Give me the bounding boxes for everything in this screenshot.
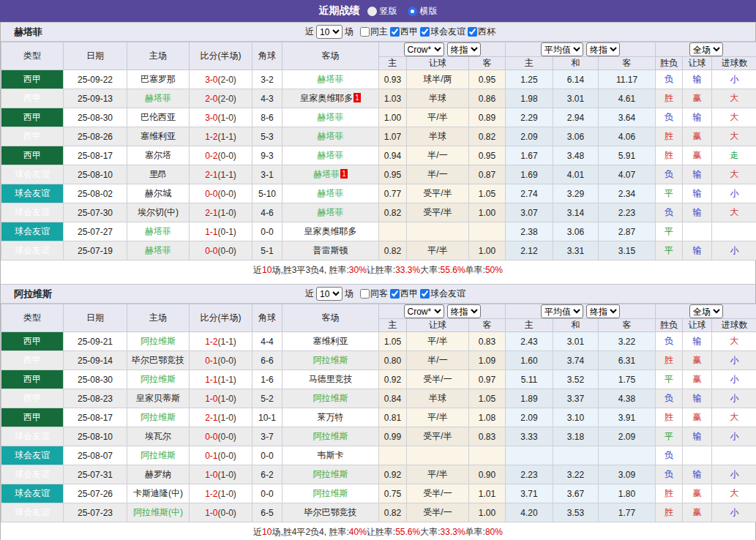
laliga-checkbox[interactable] — [390, 289, 400, 299]
away-team-cell: 毕尔巴鄂竞技 — [282, 503, 379, 522]
home-team-cell: 赫尔城 — [127, 184, 190, 203]
radio-icon[interactable] — [367, 7, 377, 16]
home-team-name: 巴塞罗那 — [141, 74, 176, 84]
header-row-top: 类型日期主场比分(半场)角球客场Crow*终指平均值终指全场 — [1, 42, 756, 57]
score-cell: 2-0(2-0) — [190, 89, 252, 108]
fulltime-score: 0-2 — [205, 151, 217, 161]
corner-cell: 5-10 — [252, 184, 282, 203]
final-odds-select-2[interactable]: 终指 — [586, 42, 620, 56]
halftime-score: (1-0) — [218, 413, 236, 423]
handicap-away-odds-cell: 0.97 — [469, 370, 506, 389]
checkbox-label: 西甲 — [400, 288, 418, 300]
corner-cell: 1-6 — [252, 370, 282, 389]
score-cell: 0-1(0-0) — [190, 351, 252, 370]
average-select[interactable]: 平均值 — [541, 304, 583, 318]
bookmaker-select-group: Crow*终指 — [379, 304, 506, 319]
avg-draw-odds-cell: 6.14 — [553, 70, 599, 89]
home-team-name: 巴伦西亚 — [141, 112, 176, 122]
handicap-home-odds-cell: 0.81 — [379, 408, 407, 427]
type-cell: 球会友谊 — [1, 184, 64, 203]
final-odds-select-1[interactable]: 终指 — [447, 304, 481, 318]
friendly-checkbox[interactable] — [420, 27, 430, 37]
away-team-cell: 皇家奥维耶多1 — [282, 89, 379, 108]
goals-result-cell: 大 — [712, 108, 756, 127]
result-cell: 胜 — [656, 351, 683, 370]
filter-checkbox-cup[interactable]: 西杯 — [465, 26, 495, 38]
halftime-score: (1-0) — [218, 394, 236, 404]
result-cell: 胜 — [656, 484, 683, 503]
handicap-result-cell: 输 — [683, 203, 712, 222]
filter-checkbox-friendly[interactable]: 球会友谊 — [418, 288, 465, 300]
bookmaker-select[interactable]: Crow* — [404, 42, 444, 56]
layout-radio-vertical[interactable]: 竖版 — [367, 5, 397, 18]
avg-home-odds-cell: 1.69 — [506, 165, 553, 184]
match-row: 西甲25-09-14毕尔巴鄂竞技0-1(0-0)6-6阿拉维斯0.80半/一1.… — [1, 351, 756, 370]
sub-avg-home: 主 — [506, 319, 553, 332]
type-cell: 西甲 — [1, 408, 64, 427]
date-cell: 25-08-26 — [64, 127, 127, 146]
home-team-name: 赫塔菲 — [145, 93, 171, 103]
avg-away-odds-cell: 3.09 — [599, 465, 656, 484]
handicap-home-odds-cell: 0.93 — [379, 70, 407, 89]
away-team-cell: 赫塔菲 — [282, 203, 379, 222]
result-text: 负 — [665, 112, 673, 122]
filter-checkbox-laliga[interactable]: 西甲 — [388, 288, 418, 300]
avg-home-odds-cell: 3.71 — [506, 484, 553, 503]
scope-select[interactable]: 全场 — [689, 304, 723, 318]
goals-result-cell: 小 — [712, 241, 756, 260]
handicap-home-odds-cell: 0.92 — [379, 465, 407, 484]
average-select[interactable]: 平均值 — [541, 42, 583, 56]
match-row: 西甲25-08-17塞尔塔0-2(0-0)9-3赫塔菲0.94半/一0.951.… — [1, 146, 756, 165]
avg-draw-odds-cell: 3.31 — [553, 241, 599, 260]
goals-result-cell: 小 — [712, 465, 756, 484]
same-venue-checkbox[interactable] — [360, 289, 370, 299]
filter-checkbox-laliga[interactable]: 西甲 — [388, 26, 418, 38]
summary-stat-value: 33.3% — [395, 265, 420, 275]
goals-result-cell: 大 — [712, 408, 756, 427]
layout-radio-horizontal[interactable]: 横版 — [408, 5, 438, 18]
handicap-away-odds-cell: 0.87 — [469, 165, 506, 184]
corner-cell: 4-3 — [252, 89, 282, 108]
filter-checkbox-same-venue[interactable]: 同客 — [356, 288, 388, 300]
handicap-line-cell: 平/半 — [407, 332, 469, 351]
avg-home-odds-cell: 2.29 — [506, 108, 553, 127]
handicap-result-cell: 输 — [683, 165, 712, 184]
date-cell: 25-07-30 — [64, 203, 127, 222]
avg-draw-odds-cell: 3.10 — [553, 408, 599, 427]
avg-home-odds-cell: 2.23 — [506, 465, 553, 484]
radio-checked-icon[interactable] — [408, 7, 417, 16]
handicap-result-cell: 赢 — [683, 351, 712, 370]
filter-checkbox-same-venue[interactable]: 同主 — [356, 26, 388, 38]
date-cell: 25-09-14 — [64, 351, 127, 370]
handicap-line-cell: 平/半 — [407, 241, 469, 260]
bookmaker-select[interactable]: Crow* — [404, 304, 444, 318]
cup-checkbox[interactable] — [468, 27, 477, 37]
final-odds-select-1[interactable]: 终指 — [447, 42, 481, 56]
date-cell: 25-08-30 — [64, 370, 127, 389]
avg-draw-odds-cell: 3.52 — [553, 370, 599, 389]
home-team-name: 阿拉维斯 — [141, 336, 176, 346]
match-row: 球会友谊25-07-19赫塔菲0-0(0-0)5-1普雷斯顿0.82平/半1.0… — [1, 241, 756, 260]
sub-home-odds: 主 — [379, 319, 407, 332]
away-team-name: 赫塔菲 — [318, 131, 344, 141]
handicap-line-cell: 受半/一 — [407, 484, 469, 503]
average-select-group: 平均值终指 — [506, 304, 656, 319]
friendly-checkbox[interactable] — [420, 289, 430, 299]
avg-draw-odds-cell: 3.37 — [553, 389, 599, 408]
handicap-home-odds-cell: 0.82 — [379, 203, 407, 222]
final-odds-select-2[interactable]: 终指 — [586, 304, 620, 318]
page-title: 近期战绩 — [319, 4, 360, 18]
result-text: 负 — [665, 450, 673, 460]
scope-select[interactable]: 全场 — [689, 42, 723, 56]
laliga-checkbox[interactable] — [390, 27, 400, 37]
result-text: 大 — [730, 488, 739, 498]
filter-checkbox-friendly[interactable]: 球会友谊 — [418, 26, 465, 38]
recent-count-select[interactable]: 10 — [316, 25, 343, 39]
avg-away-odds-cell: 2.87 — [599, 222, 656, 241]
summary-stat-value: 10 — [262, 527, 272, 537]
same-venue-checkbox[interactable] — [360, 27, 370, 37]
home-team-cell: 皇家贝蒂斯 — [127, 389, 190, 408]
fulltime-score: 0-1 — [205, 451, 217, 461]
recent-count-select[interactable]: 10 — [316, 287, 343, 301]
sub-avg-away: 客 — [599, 57, 656, 70]
